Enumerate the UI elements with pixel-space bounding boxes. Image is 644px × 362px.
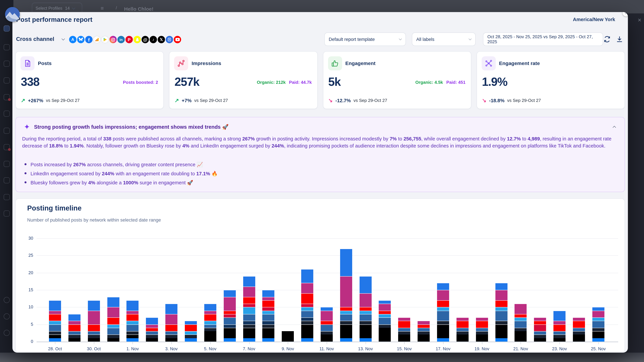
youtube-icon[interactable]	[174, 36, 181, 43]
bar-9-nov[interactable]	[282, 331, 294, 342]
bar-23-nov[interactable]	[554, 311, 566, 342]
instagram-icon[interactable]	[109, 36, 117, 43]
chevron-up-icon	[613, 126, 616, 129]
segment-network-sky-blue	[495, 307, 507, 311]
refresh-button[interactable]	[604, 35, 611, 43]
bar-13-nov[interactable]	[360, 276, 372, 342]
segment-network-bright-blue	[340, 338, 352, 342]
bluesky-icon[interactable]	[77, 36, 84, 43]
labels-filter-select[interactable]: All labels	[412, 32, 476, 46]
sidebar-item-billing[interactable]	[4, 177, 10, 183]
linkedin-icon[interactable]: in	[118, 36, 125, 43]
sidebar-item-company[interactable]	[4, 194, 10, 200]
bar-15-nov[interactable]	[398, 318, 410, 342]
google-business-icon[interactable]	[166, 36, 173, 43]
sidebar-item-help[interactable]	[4, 330, 10, 336]
metric-value: 338	[21, 75, 40, 88]
hamburger-icon[interactable]: ≡	[100, 5, 104, 11]
bar-2-nov[interactable]	[146, 318, 158, 342]
y-axis-tick-label: 25	[16, 253, 33, 258]
app-store-icon[interactable]: A	[69, 36, 76, 43]
segment-network-crimson	[301, 304, 313, 307]
segment-network-royal-blue	[554, 311, 566, 321]
segment-network-royal-blue	[126, 300, 139, 311]
delta-comparison: vs Sep 29-Oct 27	[46, 98, 80, 103]
bar-19-nov[interactable]	[476, 318, 488, 342]
x-axis-label: 30. Oct	[79, 346, 109, 351]
app-logo-avatar[interactable]	[5, 7, 20, 22]
backdrop-close-icon[interactable]: ×	[638, 17, 641, 24]
bar-3-nov[interactable]	[165, 304, 178, 342]
channel-selector[interactable]: Cross channel	[16, 36, 54, 42]
bar-8-nov[interactable]	[262, 290, 274, 342]
bullet-dot	[24, 172, 26, 174]
segment-network-navy	[301, 318, 313, 321]
segment-network-black	[554, 338, 566, 342]
segment-network-magenta	[495, 290, 507, 300]
sidebar-item-publish[interactable]	[4, 44, 10, 50]
segment-network-magenta	[456, 318, 468, 321]
segment-network-bright-blue	[185, 338, 197, 342]
sidebar-item-add[interactable]	[4, 297, 10, 303]
sidebar-item-tasks[interactable]	[4, 161, 10, 167]
bar-24-nov[interactable]	[573, 318, 585, 342]
bar-17-nov[interactable]	[437, 283, 449, 342]
sidebar-item-favorites[interactable]	[4, 144, 10, 150]
collapse-button[interactable]	[613, 124, 617, 128]
channel-icons-row: AfinP@♪𝕏	[69, 36, 181, 43]
snapchat-icon[interactable]	[134, 36, 141, 43]
segment-network-steel-blue	[321, 324, 333, 331]
bar-16-nov[interactable]	[418, 321, 430, 342]
sidebar-item-campaigns[interactable]	[4, 211, 10, 217]
segment-network-red	[573, 321, 585, 328]
bar-22-nov[interactable]	[534, 318, 546, 342]
bar-4-nov[interactable]	[185, 321, 197, 342]
sidebar-item-labs[interactable]	[4, 111, 10, 117]
bar-5-nov[interactable]	[204, 304, 216, 342]
bar-14-nov[interactable]	[379, 300, 391, 342]
bar-20-nov[interactable]	[495, 283, 507, 342]
bar-25-nov[interactable]	[592, 307, 604, 342]
segment-network-steel-blue	[360, 314, 372, 321]
bar-1-nov[interactable]	[126, 300, 139, 342]
bar-21-nov[interactable]	[515, 304, 527, 342]
notification-badge	[8, 148, 11, 151]
sidebar-item-media[interactable]	[4, 77, 10, 83]
bar-30-oct[interactable]	[88, 300, 100, 342]
google-analytics-icon[interactable]	[93, 36, 100, 43]
threads-icon[interactable]: @	[142, 36, 149, 43]
metric-side-stats: Organic: 4.5kPaid: 451	[416, 80, 466, 85]
stacked-bar-chart[interactable]: 05101520253028. Oct30. Oct1. Nov3. Nov5.…	[16, 199, 625, 353]
chevron-down-icon[interactable]	[62, 37, 65, 40]
download-button[interactable]	[616, 35, 623, 43]
bar-28-oct[interactable]	[49, 300, 61, 342]
bar-6-nov[interactable]	[224, 290, 236, 342]
segment-network-red	[204, 314, 216, 321]
segment-network-red	[418, 324, 430, 328]
trend-up-icon: ↗	[21, 97, 25, 104]
bar-10-nov[interactable]	[301, 269, 313, 342]
pinterest-icon[interactable]: P	[126, 36, 133, 43]
refresh-icon	[604, 35, 611, 43]
facebook-icon[interactable]: f	[85, 36, 92, 43]
tiktok-icon[interactable]: ♪	[150, 36, 157, 43]
bar-7-nov[interactable]	[243, 276, 255, 342]
bar-18-nov[interactable]	[456, 318, 468, 342]
bar-31-oct[interactable]	[107, 297, 119, 342]
greeting-text: Hello Chloe!	[124, 6, 154, 12]
segment-network-steel-blue	[515, 321, 527, 328]
x-icon[interactable]: 𝕏	[158, 36, 165, 43]
sidebar-item-notifications[interactable]	[4, 313, 10, 320]
sidebar-item-home[interactable]	[4, 25, 10, 31]
bar-11-nov[interactable]	[321, 307, 333, 342]
y-axis-tick-label: 20	[16, 270, 33, 275]
date-range-picker[interactable]: Oct 28, 2025 - Nov 25, 2025 vs Sep 29, 2…	[483, 32, 603, 46]
bar-12-nov[interactable]	[340, 249, 352, 342]
google-play-icon[interactable]	[101, 36, 109, 43]
report-template-select[interactable]: Default report template	[324, 32, 406, 46]
sidebar-item-calendar[interactable]	[4, 61, 10, 67]
sidebar-item-analytics[interactable]	[4, 128, 10, 134]
bar-29-oct[interactable]	[68, 314, 80, 342]
sidebar-item-comments[interactable]	[4, 94, 10, 100]
segment-network-steel-blue	[107, 328, 119, 335]
